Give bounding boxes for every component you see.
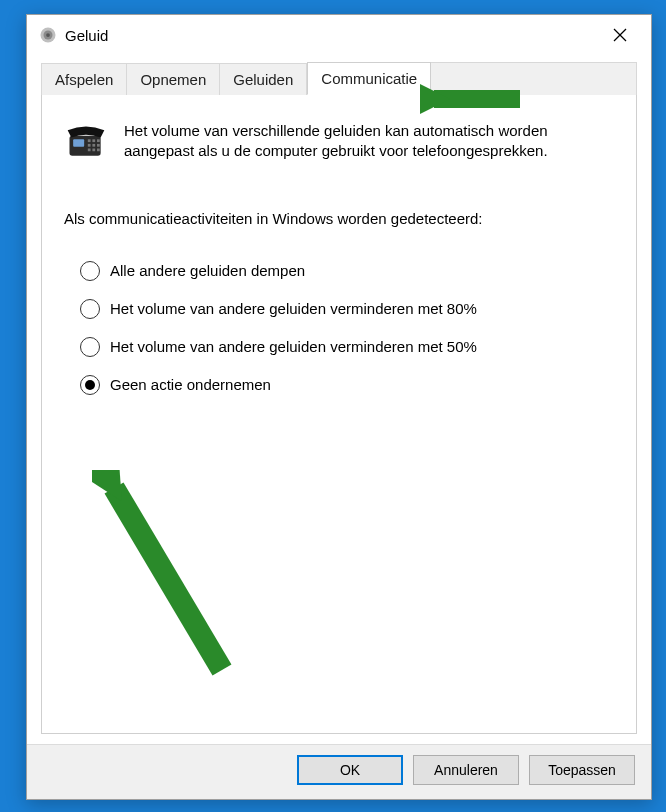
radio-icon — [80, 261, 100, 281]
close-button[interactable] — [597, 20, 643, 50]
svg-rect-12 — [97, 144, 100, 147]
dialog-button-row: OK Annuleren Toepassen — [27, 744, 651, 799]
radio-icon — [80, 337, 100, 357]
sound-dialog: Geluid Afspelen Opnemen Geluiden Communi… — [26, 14, 652, 800]
radio-reduce-50[interactable]: Het volume van andere geluiden verminder… — [80, 337, 614, 357]
intro-text: Het volume van verschillende geluiden ka… — [124, 121, 614, 162]
svg-rect-11 — [92, 144, 95, 147]
sound-icon — [39, 26, 57, 44]
telephone-icon — [64, 121, 108, 161]
radio-label: Alle andere geluiden dempen — [110, 262, 305, 279]
radio-reduce-80[interactable]: Het volume van andere geluiden verminder… — [80, 299, 614, 319]
svg-rect-13 — [88, 148, 91, 151]
radio-label: Het volume van andere geluiden verminder… — [110, 300, 477, 317]
apply-button[interactable]: Toepassen — [529, 755, 635, 785]
svg-point-2 — [46, 33, 50, 37]
radio-no-action[interactable]: Geen actie ondernemen — [80, 375, 614, 395]
svg-rect-8 — [92, 139, 95, 142]
tab-opnemen[interactable]: Opnemen — [127, 63, 220, 95]
close-icon — [613, 28, 627, 42]
tab-afspelen[interactable]: Afspelen — [41, 63, 127, 95]
window-title: Geluid — [65, 27, 597, 44]
svg-rect-6 — [73, 139, 84, 146]
radio-group: Alle andere geluiden dempen Het volume v… — [64, 261, 614, 395]
tab-panel-communicatie: Het volume van verschillende geluiden ka… — [41, 94, 637, 734]
titlebar: Geluid — [27, 15, 651, 55]
tabstrip-filler — [431, 62, 637, 95]
svg-rect-14 — [92, 148, 95, 151]
cancel-button[interactable]: Annuleren — [413, 755, 519, 785]
radio-icon — [80, 375, 100, 395]
svg-rect-9 — [97, 139, 100, 142]
radio-label: Het volume van andere geluiden verminder… — [110, 338, 477, 355]
intro-row: Het volume van verschillende geluiden ka… — [64, 121, 614, 162]
tab-communicatie[interactable]: Communicatie — [307, 62, 431, 95]
svg-rect-7 — [88, 139, 91, 142]
tab-geluiden[interactable]: Geluiden — [220, 63, 307, 95]
detection-subhead: Als communicatieactiviteiten in Windows … — [64, 210, 614, 227]
radio-mute-all[interactable]: Alle andere geluiden dempen — [80, 261, 614, 281]
radio-label: Geen actie ondernemen — [110, 376, 271, 393]
svg-rect-15 — [97, 148, 100, 151]
radio-icon — [80, 299, 100, 319]
svg-rect-10 — [88, 144, 91, 147]
ok-button[interactable]: OK — [297, 755, 403, 785]
tabstrip: Afspelen Opnemen Geluiden Communicatie — [41, 61, 637, 94]
